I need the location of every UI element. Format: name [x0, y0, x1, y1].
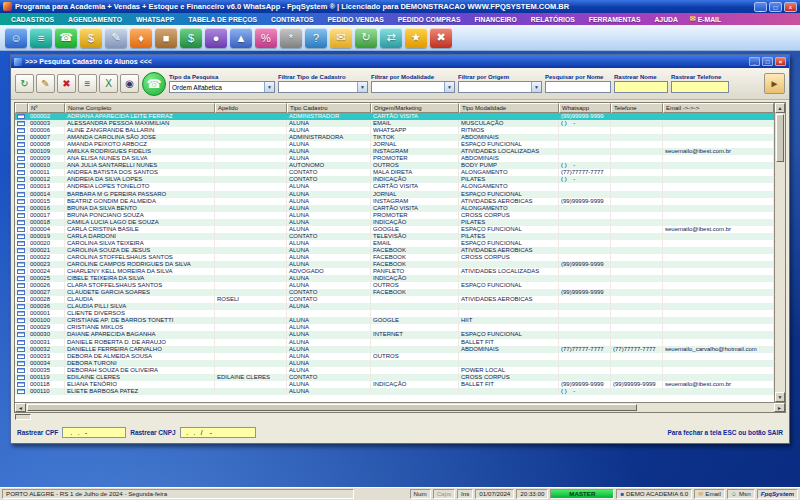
- rastrear-telefone-input[interactable]: [671, 81, 729, 93]
- dialog-minimize-button[interactable]: _: [749, 57, 760, 66]
- table-row[interactable]: 000007 AMANDA CAROLINA SÃO JOSE ADMINIST…: [15, 134, 774, 141]
- column-header[interactable]: Nº: [28, 103, 65, 113]
- toolbar-button[interactable]: ✖: [430, 28, 452, 48]
- table-row[interactable]: 000006 ALINE ZANGRANDE BALLARIN ALUNA WH…: [15, 127, 774, 134]
- table-row[interactable]: 000012 ANDREIA DA SILVA LOPES CONTATO IN…: [15, 176, 774, 183]
- column-header[interactable]: Whatsapp: [559, 103, 611, 113]
- column-header[interactable]: Telefone: [611, 103, 663, 113]
- table-row[interactable]: 000031 DANIELE ROBERTA D. DE ARAUJO ALUN…: [15, 339, 774, 346]
- column-header[interactable]: [15, 103, 28, 113]
- menu-item[interactable]: ✉ E-MAIL: [684, 15, 727, 23]
- column-header[interactable]: Email ->->->: [663, 103, 774, 113]
- menu-item[interactable]: AGENDAMENTO: [60, 16, 128, 23]
- table-row[interactable]: 000004 CARLA CRISTINA BASILE ALUNA GOOGL…: [15, 226, 774, 233]
- column-header[interactable]: Tipo Cadastro: [287, 103, 371, 113]
- table-row[interactable]: 000029 CRISTIANE MIKLOS ALUNA: [15, 324, 774, 331]
- table-row[interactable]: 000013 ANDREIA LOPES TONELOTO ALUNA CART…: [15, 183, 774, 190]
- table-row[interactable]: 000034 DEBORA TURONI ALUNA: [15, 360, 774, 367]
- column-header[interactable]: Apelido: [215, 103, 287, 113]
- table-row[interactable]: 000022 CAROLINA STOFFELSHAUS SANTOS ALUN…: [15, 254, 774, 261]
- dialog-tool-button[interactable]: ◉: [120, 74, 139, 93]
- dialog-maximize-button[interactable]: □: [762, 57, 773, 66]
- menu-item[interactable]: PEDIDO COMPRAS: [390, 16, 467, 23]
- chevron-down-icon[interactable]: ▼: [444, 82, 454, 92]
- dialog-tool-button[interactable]: ≡: [78, 74, 97, 93]
- close-button[interactable]: ×: [784, 2, 797, 12]
- maximize-button[interactable]: □: [769, 2, 782, 12]
- table-row[interactable]: 000030 DAIANE APARECIDA BAGANHA ALUNA IN…: [15, 331, 774, 338]
- pesquisar-nome-input[interactable]: [545, 81, 611, 93]
- table-row[interactable]: 000118 ELIANA TENÓRIO ALUNA INDICAÇÃO BA…: [15, 381, 774, 388]
- toolbar-button[interactable]: ↻: [355, 28, 377, 48]
- table-row[interactable]: 000036 CLAUDIA PILLI SILVA ALUNA: [15, 303, 774, 310]
- menu-item[interactable]: CONTRATOS: [263, 16, 319, 23]
- chevron-down-icon[interactable]: ▼: [264, 82, 274, 92]
- sair-button[interactable]: ►: [764, 73, 785, 94]
- toolbar-button[interactable]: ☺: [5, 28, 27, 48]
- column-header[interactable]: Origem/Marketing: [371, 103, 459, 113]
- toolbar-button[interactable]: ●: [205, 28, 227, 48]
- table-row[interactable]: 000016 BRUNA DA SILVA BENTO ALUNA CARTÃO…: [15, 205, 774, 212]
- table-row[interactable]: 000026 CLARA STOFFELSHAUS SANTOS ALUNA O…: [15, 282, 774, 289]
- table-row[interactable]: 000021 CAROLINA SOUZA DE JESUS ALUNA FAC…: [15, 247, 774, 254]
- toolbar-button[interactable]: ✉: [330, 28, 352, 48]
- toolbar-button[interactable]: ✎: [105, 28, 127, 48]
- table-row[interactable]: 000002 ADRIANA APARECIDA LEITE FERRAZ AD…: [15, 113, 774, 120]
- menu-item[interactable]: FINANCEIRO: [466, 16, 522, 23]
- toolbar-button[interactable]: ≡: [30, 28, 52, 48]
- dialog-close-button[interactable]: ×: [775, 57, 786, 66]
- table-row[interactable]: 000010 ANA JULIA SANTARELLI NUNES AUTONO…: [15, 162, 774, 169]
- table-row[interactable]: 000020 CAROLINA SILVA TEIXEIRA ALUNA EMA…: [15, 240, 774, 247]
- table-row[interactable]: 000024 CHARLENY KELL MOREIRA DA SILVA AD…: [15, 268, 774, 275]
- table-row[interactable]: 000035 DEBORAH SOUZA DE OLIVEIRA ALUNA P…: [15, 367, 774, 374]
- scrollbar-thumb[interactable]: [776, 114, 784, 162]
- toolbar-button[interactable]: *: [280, 28, 302, 48]
- table-row[interactable]: 000014 BARBARA M G PEREIRA PASSARO ALUNA…: [15, 191, 774, 198]
- table-row[interactable]: 000009 ANA ELISA NUNES DA SILVA ALUNA PR…: [15, 155, 774, 162]
- table-row[interactable]: 000023 CAROLINE CAMPOS RODRIGUES DA SILV…: [15, 261, 774, 268]
- menu-item[interactable]: TABELA DE PREÇOS: [180, 16, 263, 23]
- scroll-left-icon[interactable]: ◄: [15, 403, 26, 412]
- dialog-tool-button[interactable]: ↻: [15, 74, 34, 93]
- menu-item[interactable]: RELATÓRIOS: [523, 16, 581, 23]
- table-row[interactable]: 000033 DEBORA DE ALMEIDA SOUSA ALUNA OUT…: [15, 353, 774, 360]
- rastrear-cnpj-input[interactable]: [180, 427, 256, 438]
- toolbar-button[interactable]: ★: [405, 28, 427, 48]
- table-row[interactable]: 000100 CRISTIANE AP. DE BARROS TONETTI A…: [15, 317, 774, 324]
- table-row[interactable]: 000017 BRUNA PONCIANO SOUZA ALUNA PROMOT…: [15, 212, 774, 219]
- table-row[interactable]: 000015 BEATRIZ GONDIM DE ALMEIDA ALUNA I…: [15, 198, 774, 205]
- dialog-tool-button[interactable]: X: [99, 74, 118, 93]
- status-email[interactable]: ✉ Email: [694, 489, 725, 499]
- menu-item[interactable]: FERRAMENTAS: [581, 16, 647, 23]
- chevron-down-icon[interactable]: ▼: [531, 82, 541, 92]
- menu-item[interactable]: PEDIDO VENDAS: [319, 16, 389, 23]
- table-row[interactable]: 000011 ANDREA BATISTA DOS SANTOS CONTATO…: [15, 169, 774, 176]
- table-row[interactable]: 000109 AMILKA RODRIGUES FIDELIS ALUNA IN…: [15, 148, 774, 155]
- tipo-pesquisa-select[interactable]: Ordem Alfabetica ▼: [169, 81, 275, 93]
- dialog-tool-button[interactable]: ✎: [36, 74, 55, 93]
- toolbar-button[interactable]: ■: [155, 28, 177, 48]
- table-row[interactable]: 000008 AMANDA PEIXOTO ARBOCZ ALUNA JORNA…: [15, 141, 774, 148]
- toolbar-button[interactable]: ☎: [55, 28, 77, 48]
- rastrear-nome-input[interactable]: [614, 81, 668, 93]
- scroll-right-icon[interactable]: ►: [774, 403, 785, 412]
- menu-item[interactable]: WHATSAPP: [128, 16, 180, 23]
- chevron-down-icon[interactable]: ▼: [357, 82, 367, 92]
- minimize-button[interactable]: _: [754, 2, 767, 12]
- column-header[interactable]: Tipo Modalidade: [459, 103, 559, 113]
- scroll-down-icon[interactable]: ▼: [775, 392, 785, 402]
- menu-item[interactable]: CADASTROS: [3, 16, 60, 23]
- vertical-scrollbar[interactable]: ▲ ▼: [774, 103, 785, 402]
- rastrear-cpf-input[interactable]: [62, 427, 126, 438]
- toolbar-button[interactable]: $: [180, 28, 202, 48]
- table-row[interactable]: 000001 CLIENTE DIVERSOS: [15, 310, 774, 317]
- scrollbar-thumb[interactable]: [27, 404, 637, 411]
- toolbar-button[interactable]: %: [255, 28, 277, 48]
- filtro-origem-select[interactable]: ▼: [458, 81, 542, 93]
- menu-item[interactable]: AJUDA: [646, 16, 683, 23]
- table-row[interactable]: 000119 EDILAINE CLERES EDILAINE CLERES C…: [15, 374, 774, 381]
- table-row[interactable]: 000025 CIBELE TEIXEIRA DA SILVA ALUNA IN…: [15, 275, 774, 282]
- table-row[interactable]: 000018 CAMILA LUCIA LAGO DE SOUZA ALUNA …: [15, 219, 774, 226]
- table-row[interactable]: 000003 ALESSANDRA PESSOA MAXIMILIAN ALUN…: [15, 120, 774, 127]
- whatsapp-button[interactable]: ☎: [142, 72, 166, 96]
